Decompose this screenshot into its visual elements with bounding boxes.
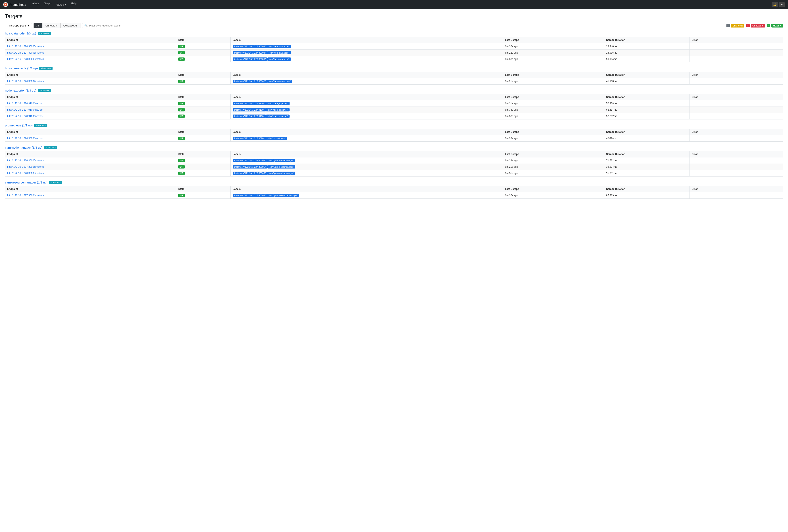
- endpoint-link[interactable]: http://172.16.1.227:30004/metrics: [7, 194, 44, 197]
- section-hdfs-datanode: hdfs-datanode (3/3 up)show lessEndpointS…: [5, 32, 783, 62]
- table-row: http://172.16.1.228:30003/metricsUPinsta…: [5, 56, 783, 62]
- state-badge: UP: [178, 45, 185, 48]
- show-less-button-hdfs-datanode[interactable]: show less: [38, 32, 51, 35]
- col-header-state: State: [176, 186, 231, 192]
- last-scrape-cell: 6m 21s ago: [503, 164, 604, 170]
- col-header-last-scrape: Last Scrape: [503, 94, 604, 100]
- section-title-yarn-resourcemanager[interactable]: yarn-resourcemanager (1/1 up): [5, 181, 47, 184]
- filter-all-button[interactable]: All: [34, 23, 42, 28]
- filter-unhealthy-button[interactable]: Unhealthy: [42, 23, 61, 28]
- last-scrape-cell: 6m 33s ago: [503, 56, 604, 62]
- legend-unknown: ✓ Unknown: [726, 24, 744, 27]
- state-badge: UP: [178, 80, 185, 83]
- state-badge: UP: [178, 172, 185, 175]
- dropdown-arrow-icon: ▾: [65, 3, 66, 6]
- endpoint-link[interactable]: http://172.16.1.227:30005/metrics: [7, 165, 44, 168]
- section-heading-hdfs-namenode: hdfs-namenode (1/1 up)show less: [5, 66, 783, 70]
- endpoint-link[interactable]: http://172.16.1.228:30003/metrics: [7, 58, 44, 61]
- nav-graph[interactable]: Graph: [42, 1, 53, 6]
- section-title-prometheus[interactable]: prometheus (1/1 up): [5, 123, 33, 127]
- healthy-checkbox[interactable]: ✓: [767, 24, 770, 27]
- scrape-duration-cell: 50.938ms: [604, 100, 690, 107]
- endpoint-link[interactable]: http://172.16.1.226:30002/metrics: [7, 80, 44, 83]
- legend-healthy: ✓ Healthy: [767, 24, 783, 27]
- last-scrape-cell: 6m 28s ago: [503, 135, 604, 142]
- labels-cell: instance="172.16.1.227:30003"job="hdfs-d…: [231, 50, 503, 56]
- labels-cell: instance="172.16.1.226:9100"job="node_ex…: [231, 100, 503, 107]
- col-header-endpoint: Endpoint: [5, 72, 176, 78]
- theme-sun-button[interactable]: ☀: [779, 2, 785, 7]
- last-scrape-cell: 6m 31s ago: [503, 100, 604, 107]
- endpoint-link[interactable]: http://172.16.1.228:9100/metrics: [7, 115, 42, 118]
- label-tag: job="hdfs-namenode": [268, 80, 292, 83]
- section-title-yarn-nodemanager[interactable]: yarn-nodemanager (3/3 up): [5, 146, 42, 149]
- section-title-hdfs-namenode[interactable]: hdfs-namenode (1/1 up): [5, 66, 38, 70]
- labels-cell: instance="172.16.1.227:30005"job="yarn-n…: [231, 164, 503, 170]
- section-title-hdfs-datanode[interactable]: hdfs-datanode (3/3 up): [5, 32, 36, 35]
- label-tag: job="node_exporter": [266, 108, 290, 112]
- endpoint-link[interactable]: http://172.16.1.227:9100/metrics: [7, 109, 42, 111]
- unhealthy-checkbox[interactable]: ✓: [746, 24, 750, 27]
- col-header-scrape-duration: Scrape Duration: [604, 37, 690, 43]
- endpoint-link[interactable]: http://172.16.1.226:30005/metrics: [7, 159, 44, 162]
- table-row: http://172.16.1.227:30005/metricsUPinsta…: [5, 164, 783, 170]
- last-scrape-cell: 6m 22s ago: [503, 50, 604, 56]
- endpoint-link[interactable]: http://172.16.1.226:9090/metrics: [7, 137, 42, 140]
- col-header-state: State: [176, 72, 231, 78]
- labels-cell: instance="172.16.1.226:30005"job="yarn-n…: [231, 157, 503, 164]
- search-box: 🔍: [82, 23, 201, 28]
- scrape-duration-cell: 62.617ms: [604, 107, 690, 113]
- nav-status-dropdown[interactable]: Status ▾: [54, 2, 68, 7]
- show-less-button-hdfs-namenode[interactable]: show less: [39, 67, 53, 70]
- prometheus-logo: [3, 2, 8, 7]
- state-badge: UP: [178, 137, 185, 140]
- endpoint-link[interactable]: http://172.16.1.226:9100/metrics: [7, 102, 42, 105]
- navbar: Prometheus Alerts Graph Status ▾ Help 🌙 …: [0, 0, 788, 9]
- error-cell: [690, 107, 783, 113]
- state-badge: UP: [178, 194, 185, 197]
- filter-collapse-all-button[interactable]: Collapse All: [61, 23, 80, 28]
- label-tag: instance="172.16.1.226:30002": [233, 80, 267, 83]
- endpoint-link[interactable]: http://172.16.1.226:30003/metrics: [7, 45, 44, 48]
- col-header-labels: Labels: [231, 129, 503, 135]
- show-less-button-yarn-nodemanager[interactable]: show less: [44, 146, 57, 149]
- show-less-button-prometheus[interactable]: show less: [34, 124, 47, 127]
- table-row: http://172.16.1.228:9100/metricsUPinstan…: [5, 113, 783, 119]
- filter-button-group: All Unhealthy Collapse All: [34, 23, 80, 28]
- search-input[interactable]: [89, 24, 199, 27]
- main-content: Targets All scrape pools ▾ All Unhealthy…: [0, 9, 788, 207]
- nav-help[interactable]: Help: [69, 1, 79, 6]
- endpoint-link[interactable]: http://172.16.1.228:30005/metrics: [7, 172, 44, 175]
- scrape-duration-cell: 29.940ms: [604, 43, 690, 50]
- sections-container: hdfs-datanode (3/3 up)show lessEndpointS…: [5, 32, 783, 199]
- unknown-checkbox[interactable]: ✓: [726, 24, 730, 27]
- legend-unhealthy-label: Unhealthy: [751, 24, 765, 27]
- scrape-duration-cell: 32.804ms: [604, 164, 690, 170]
- col-header-state: State: [176, 151, 231, 157]
- error-cell: [690, 100, 783, 107]
- error-cell: [690, 135, 783, 142]
- table-prometheus: EndpointStateLabelsLast ScrapeScrape Dur…: [5, 129, 783, 142]
- theme-moon-button[interactable]: 🌙: [772, 2, 778, 7]
- label-tag: job="yarn-nodemanager": [268, 165, 295, 169]
- state-badge: UP: [178, 159, 185, 162]
- scrape-pools-dropdown[interactable]: All scrape pools ▾: [5, 23, 32, 28]
- endpoint-link[interactable]: http://172.16.1.227:30003/metrics: [7, 51, 44, 54]
- section-heading-yarn-nodemanager: yarn-nodemanager (3/3 up)show less: [5, 146, 783, 149]
- legend-unknown-label: Unknown: [731, 24, 744, 27]
- table-row: http://172.16.1.227:30004/metricsUPinsta…: [5, 192, 783, 199]
- show-less-button-node-exporter[interactable]: show less: [38, 89, 51, 92]
- section-hdfs-namenode: hdfs-namenode (1/1 up)show lessEndpointS…: [5, 66, 783, 84]
- table-node-exporter: EndpointStateLabelsLast ScrapeScrape Dur…: [5, 94, 783, 119]
- search-icon: 🔍: [84, 24, 87, 27]
- nav-alerts[interactable]: Alerts: [30, 1, 41, 6]
- page-title: Targets: [5, 13, 783, 20]
- table-row: http://172.16.1.226:9090/metricsUPinstan…: [5, 135, 783, 142]
- show-less-button-yarn-resourcemanager[interactable]: show less: [49, 181, 62, 184]
- col-header-scrape-duration: Scrape Duration: [604, 129, 690, 135]
- error-cell: [690, 170, 783, 177]
- col-header-scrape-duration: Scrape Duration: [604, 94, 690, 100]
- section-prometheus: prometheus (1/1 up)show lessEndpointStat…: [5, 123, 783, 142]
- table-hdfs-datanode: EndpointStateLabelsLast ScrapeScrape Dur…: [5, 37, 783, 62]
- section-title-node-exporter[interactable]: node_exporter (3/3 up): [5, 89, 36, 92]
